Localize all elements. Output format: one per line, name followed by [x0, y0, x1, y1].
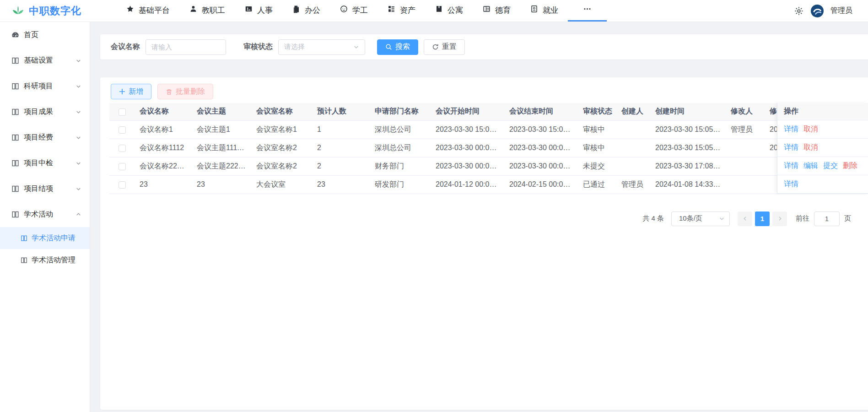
sidebar-item-academic-activity-apply[interactable]: 学术活动申请 [0, 227, 90, 249]
operation-column-header: 操作 [777, 103, 868, 120]
table-cell: 2023-03-30 00:00:00 [505, 157, 578, 175]
meeting-name-label: 会议名称 [111, 42, 140, 52]
chevron-down-icon [75, 160, 81, 166]
row-action-detail[interactable]: 详情 [784, 179, 798, 189]
page-size-value: 10条/页 [679, 214, 702, 223]
sidebar-item-label: 首页 [24, 30, 38, 40]
top-nav-right: 管理员 [794, 0, 868, 22]
body-row: 首页 基础设置 科研项目 项目成果 项目经费 [0, 22, 868, 412]
table-cell: 审核中 [578, 120, 617, 139]
table-cell [726, 175, 765, 194]
chevron-right-icon [777, 216, 783, 222]
table-cell: 管理员 [617, 175, 651, 194]
table-cell: 23 [313, 175, 370, 194]
row-action-submit[interactable]: 提交 [823, 161, 838, 171]
page-number-1[interactable]: 1 [755, 211, 770, 226]
search-button[interactable]: 搜索 [377, 39, 418, 55]
batch-delete-button[interactable]: 批量删除 [157, 84, 213, 99]
table-cell: 会议名称222222 [135, 157, 192, 175]
nav-item-moral[interactable]: 德育 [473, 0, 520, 22]
sidebar-item-label: 项目中检 [24, 158, 53, 168]
sidebar-item-academic-activities[interactable]: 学术活动 [0, 201, 90, 227]
goto-page-input[interactable] [814, 211, 840, 226]
id-card-icon [244, 5, 253, 16]
table-cell: 深圳总公司 [370, 120, 431, 139]
op-row: 详情 [777, 175, 868, 194]
row-action-cancel[interactable]: 取消 [803, 143, 818, 152]
nav-item-employment[interactable]: 就业 [520, 0, 568, 22]
select-all-checkbox[interactable] [119, 108, 126, 116]
table-cell: 2023-03-30 17:08:39 [651, 157, 726, 175]
nav-item-office[interactable]: 办公 [282, 0, 330, 22]
table-cell: 23 [135, 175, 192, 194]
user-name[interactable]: 管理员 [830, 6, 852, 16]
chevron-down-icon [719, 216, 725, 222]
nav-item-assets[interactable]: 资产 [377, 0, 425, 22]
module-icon [11, 159, 20, 168]
row-action-detail[interactable]: 详情 [784, 161, 798, 171]
row-action-edit[interactable]: 编辑 [803, 161, 818, 171]
list-icon [387, 5, 396, 16]
column-header: 会议主题 [192, 103, 252, 120]
column-header: 会议结束时间 [505, 103, 578, 120]
brand[interactable]: 中职数字化 [0, 0, 103, 22]
row-checkbox-cell [109, 175, 135, 194]
sidebar-item-label: 科研项目 [24, 81, 53, 91]
gear-icon[interactable] [794, 6, 804, 16]
row-action-detail[interactable]: 详情 [784, 125, 798, 134]
nav-item-label: 公寓 [447, 5, 463, 16]
nav-item-student[interactable]: 学工 [330, 0, 377, 22]
column-header: 会议室名称 [252, 103, 313, 120]
sidebar-item-label: 学术活动申请 [32, 233, 75, 243]
sidebar-item-project-results[interactable]: 项目成果 [0, 99, 90, 125]
sidebar-item-project-funds[interactable]: 项目经费 [0, 125, 90, 150]
reset-button[interactable]: 重置 [424, 39, 465, 55]
sidebar-item-academic-activity-manage[interactable]: 学术活动管理 [0, 249, 90, 271]
goto-label: 前往 [796, 214, 809, 223]
avatar[interactable] [811, 5, 824, 17]
table-cell: 管理员 [726, 120, 765, 139]
table-cell: 2023-03-30 00:00:00 [505, 139, 578, 157]
sidebar-item-project-closing[interactable]: 项目结项 [0, 176, 90, 201]
row-checkbox[interactable] [119, 163, 126, 170]
sidebar-item-project-midterm[interactable]: 项目中检 [0, 150, 90, 176]
review-status-select[interactable]: 请选择 [278, 39, 365, 55]
chevron-down-icon [353, 44, 359, 50]
table-cell: 1 [313, 120, 370, 139]
sidebar-item-basic-settings[interactable]: 基础设置 [0, 48, 90, 73]
nav-item-apartment[interactable]: 公寓 [425, 0, 473, 22]
next-page-button[interactable] [772, 211, 787, 226]
table-row: 会议名称222222会议主题2222...会议室名称22财务部门2023-03-… [109, 157, 868, 175]
prev-page-button[interactable] [738, 211, 752, 226]
sidebar-item-home[interactable]: 首页 [0, 22, 90, 48]
row-checkbox[interactable] [119, 181, 126, 189]
nav-item-platform[interactable]: 基础平台 [116, 0, 179, 22]
nav-item-staff[interactable]: 教职工 [179, 0, 235, 22]
nav-item-hr[interactable]: 人事 [235, 0, 282, 22]
chevron-down-icon [75, 83, 81, 89]
chevron-down-icon [75, 58, 81, 64]
table-row: 会议名称1112会议主题111112会议室名称22深圳总公司2023-03-30… [109, 139, 868, 157]
chevron-up-icon [75, 211, 81, 217]
row-checkbox[interactable] [119, 126, 126, 134]
plant-logo-icon [12, 4, 24, 18]
row-action-cancel[interactable]: 取消 [803, 125, 818, 134]
sidebar-item-research-projects[interactable]: 科研项目 [0, 73, 90, 99]
table-cell: 会议主题1 [192, 120, 252, 139]
row-action-detail[interactable]: 详情 [784, 143, 798, 152]
add-button[interactable]: 新增 [111, 84, 151, 99]
module-icon [20, 234, 28, 242]
chevron-down-icon [75, 135, 81, 141]
meeting-name-input[interactable] [146, 39, 226, 55]
row-action-delete[interactable]: 删除 [843, 161, 857, 171]
table-cell: 会议主题111112 [192, 139, 252, 157]
row-checkbox[interactable] [119, 145, 126, 152]
module-icon [11, 210, 20, 219]
table-cell: 会议名称1112 [135, 139, 192, 157]
badge-icon [530, 5, 539, 16]
page-size-select[interactable]: 10条/页 [671, 211, 730, 226]
nav-item-more[interactable] [568, 0, 607, 22]
table-cell: 大会议室 [252, 175, 313, 194]
column-header: 修改人 [726, 103, 765, 120]
column-header: 审核状态 [578, 103, 617, 120]
